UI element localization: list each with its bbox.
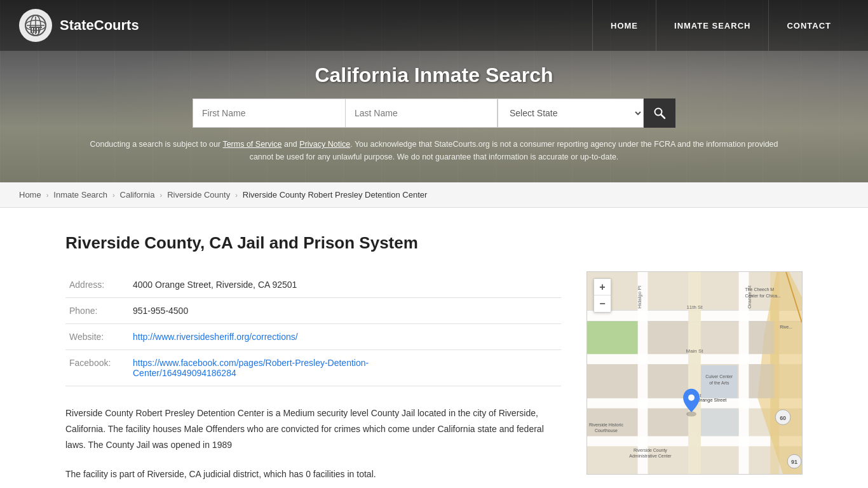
hero-content: California Inmate Search Select State Co… bbox=[0, 51, 868, 182]
hero-section: StateCourts HOME INMATE SEARCH CONTACT C… bbox=[0, 0, 868, 182]
svg-text:Administrative Center: Administrative Center bbox=[629, 454, 672, 458]
svg-text:Riverside County: Riverside County bbox=[634, 448, 667, 453]
svg-text:of the Arts: of the Arts bbox=[709, 381, 729, 385]
page-title: Riverside County, CA Jail and Prison Sys… bbox=[65, 233, 561, 253]
svg-text:11th St: 11th St bbox=[686, 304, 703, 310]
svg-text:Main St: Main St bbox=[686, 348, 704, 354]
svg-text:91: 91 bbox=[791, 459, 797, 465]
description-2: The facility is part of Riverside, CA ju… bbox=[65, 466, 561, 482]
svg-text:Rive...: Rive... bbox=[780, 325, 792, 329]
svg-text:The Cheech M: The Cheech M bbox=[745, 287, 775, 292]
address-label: Address: bbox=[65, 272, 129, 298]
breadcrumb-sep-1: › bbox=[46, 191, 49, 199]
svg-text:Center for Chica...: Center for Chica... bbox=[745, 294, 781, 298]
svg-rect-5 bbox=[31, 28, 32, 33]
breadcrumb-california[interactable]: California bbox=[120, 190, 155, 200]
svg-point-50 bbox=[686, 412, 696, 417]
breadcrumb-sep-3: › bbox=[160, 191, 163, 199]
facebook-link[interactable]: https://www.facebook.com/pages/Robert-Pr… bbox=[133, 358, 369, 378]
svg-rect-7 bbox=[36, 28, 37, 33]
content-left: Riverside County, CA Jail and Prison Sys… bbox=[65, 233, 561, 488]
logo-svg bbox=[24, 14, 47, 37]
nav-contact[interactable]: CONTACT bbox=[768, 0, 849, 51]
svg-rect-8 bbox=[38, 28, 39, 33]
svg-rect-6 bbox=[33, 28, 34, 33]
website-label: Website: bbox=[65, 324, 129, 350]
breadcrumb-current: Riverside County Robert Presley Detentio… bbox=[243, 190, 427, 200]
last-name-input[interactable] bbox=[345, 98, 498, 128]
map-zoom-out[interactable]: − bbox=[594, 295, 611, 312]
breadcrumb-riverside-county[interactable]: Riverside County bbox=[167, 190, 230, 200]
svg-rect-31 bbox=[749, 322, 774, 355]
table-row-address: Address: 4000 Orange Street, Riverside, … bbox=[65, 272, 561, 298]
svg-rect-9 bbox=[29, 27, 42, 28]
search-bar: Select State bbox=[13, 98, 855, 128]
map-controls: + − bbox=[593, 278, 611, 313]
site-logo[interactable]: StateCourts bbox=[19, 9, 139, 42]
svg-text:60: 60 bbox=[780, 415, 786, 421]
site-name: StateCourts bbox=[60, 17, 139, 34]
table-row-facebook: Facebook: https://www.facebook.com/pages… bbox=[65, 350, 561, 386]
svg-text:Riverside Historic: Riverside Historic bbox=[589, 423, 624, 427]
terms-link[interactable]: Terms of Service bbox=[222, 140, 281, 149]
breadcrumb-sep-4: › bbox=[235, 191, 238, 199]
map-box[interactable]: Culver Center of the Arts 11th St Main S… bbox=[587, 271, 803, 475]
table-row-website: Website: http://www.riversidesheriff.org… bbox=[65, 324, 561, 350]
svg-rect-27 bbox=[648, 364, 688, 398]
hero-title: California Inmate Search bbox=[13, 64, 855, 87]
svg-text:Hidalgo Pl: Hidalgo Pl bbox=[637, 285, 642, 308]
svg-point-51 bbox=[688, 395, 695, 401]
breadcrumb: Home › Inmate Search › California › Rive… bbox=[0, 182, 868, 208]
description-1: Riverside County Robert Presley Detentio… bbox=[65, 405, 561, 454]
svg-text:Courthouse: Courthouse bbox=[595, 428, 618, 433]
phone-value: 951-955-4500 bbox=[129, 298, 561, 324]
svg-rect-32 bbox=[749, 364, 774, 398]
phone-label: Phone: bbox=[65, 298, 129, 324]
svg-rect-25 bbox=[648, 322, 688, 355]
svg-text:Culver Center: Culver Center bbox=[705, 374, 733, 379]
breadcrumb-home[interactable]: Home bbox=[19, 190, 41, 200]
search-button[interactable] bbox=[644, 98, 675, 128]
website-link[interactable]: http://www.riversidesheriff.org/correcti… bbox=[133, 332, 298, 342]
state-select[interactable]: Select State bbox=[498, 98, 644, 128]
facebook-value: https://www.facebook.com/pages/Robert-Pr… bbox=[129, 350, 561, 386]
svg-rect-35 bbox=[701, 409, 739, 437]
nav-links: HOME INMATE SEARCH CONTACT bbox=[592, 0, 849, 51]
svg-rect-29 bbox=[701, 322, 739, 355]
breadcrumb-inmate-search[interactable]: Inmate Search bbox=[53, 190, 107, 200]
privacy-link[interactable]: Privacy Notice bbox=[299, 140, 350, 149]
address-value: 4000 Orange Street, Riverside, CA 92501 bbox=[129, 272, 561, 298]
map-container: Culver Center of the Arts 11th St Main S… bbox=[587, 271, 803, 488]
disclaimer-text: Conducting a search is subject to our Te… bbox=[85, 138, 783, 163]
website-value: http://www.riversidesheriff.org/correcti… bbox=[129, 324, 561, 350]
nav-inmate-search[interactable]: INMATE SEARCH bbox=[656, 0, 768, 51]
facebook-label: Facebook: bbox=[65, 350, 129, 386]
svg-rect-33 bbox=[648, 409, 688, 437]
navbar: StateCourts HOME INMATE SEARCH CONTACT bbox=[0, 0, 868, 51]
svg-line-11 bbox=[661, 114, 665, 118]
svg-rect-20 bbox=[688, 272, 701, 474]
table-row-phone: Phone: 951-955-4500 bbox=[65, 298, 561, 324]
svg-rect-39 bbox=[587, 322, 638, 355]
search-icon bbox=[653, 107, 666, 119]
logo-icon bbox=[19, 9, 52, 42]
info-table: Address: 4000 Orange Street, Riverside, … bbox=[65, 272, 561, 386]
breadcrumb-sep-2: › bbox=[112, 191, 115, 199]
map-zoom-in[interactable]: + bbox=[594, 279, 611, 295]
first-name-input[interactable] bbox=[193, 98, 345, 128]
map-svg: Culver Center of the Arts 11th St Main S… bbox=[587, 272, 802, 474]
svg-rect-28 bbox=[587, 364, 638, 398]
main-content: Riverside County, CA Jail and Prison Sys… bbox=[27, 208, 841, 488]
nav-home[interactable]: HOME bbox=[592, 0, 656, 51]
